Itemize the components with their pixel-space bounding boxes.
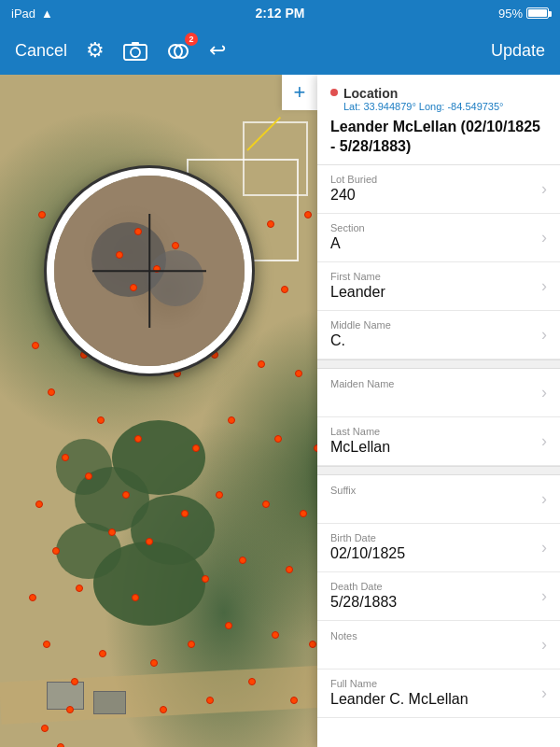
field-value: C.: [330, 332, 534, 349]
map-container[interactable]: + Location Lat: 33.944879° Long: -84.549…: [0, 75, 560, 747]
field-label: Death Date: [330, 581, 534, 592]
burial-marker: [41, 725, 49, 732]
field-row-section[interactable]: SectionA›: [317, 214, 560, 262]
field-label: Full Name: [330, 678, 534, 689]
burial-marker: [76, 585, 83, 592]
burial-marker: [267, 220, 274, 228]
burial-marker: [160, 706, 167, 713]
field-content: Full NameLeander C. McLellan: [330, 678, 534, 708]
nav-bar: Cancel ⚙ 2 ↩ Update: [0, 26, 560, 75]
location-title: Location: [343, 86, 504, 101]
chevron-icon: ›: [541, 276, 547, 296]
chevron-icon: ›: [541, 586, 547, 606]
field-label: Birth Date: [330, 532, 534, 543]
field-value: 5/28/1883: [330, 594, 534, 611]
burial-marker: [134, 435, 142, 443]
field-label: Suffix: [330, 485, 534, 496]
field-value: A: [330, 235, 534, 252]
field-content: Middle NameC.: [330, 319, 534, 349]
magnifier: [47, 168, 252, 374]
burial-marker: [174, 370, 181, 377]
field-content: First NameLeander: [330, 271, 534, 301]
burial-marker: [274, 435, 282, 443]
burial-marker: [295, 370, 302, 377]
chevron-icon: ›: [541, 325, 547, 345]
field-content: Birth Date02/10/1825: [330, 532, 534, 562]
chevron-icon: ›: [541, 383, 547, 402]
field-row-middle-name[interactable]: Middle NameC.›: [317, 311, 560, 359]
burial-marker: [66, 706, 74, 713]
cancel-button[interactable]: Cancel: [15, 41, 67, 61]
chevron-icon: ›: [541, 635, 547, 655]
burial-marker: [132, 594, 139, 601]
field-row-last-name[interactable]: Last NameMcLellan›: [317, 417, 560, 466]
field-value: [330, 643, 534, 658]
field-row-notes[interactable]: Notes ›: [317, 621, 560, 669]
field-content: Notes: [330, 630, 534, 658]
chevron-icon: ›: [541, 179, 547, 199]
settings-icon[interactable]: ⚙: [86, 38, 105, 63]
burial-marker: [97, 416, 105, 424]
add-button[interactable]: +: [282, 75, 317, 110]
field-label: Middle Name: [330, 319, 534, 331]
chevron-icon: ›: [541, 538, 547, 557]
field-row-lot-buried[interactable]: Lot Buried240›: [317, 165, 560, 214]
field-content: Lot Buried240: [330, 174, 534, 204]
burial-marker: [35, 500, 43, 508]
field-row-maiden-name[interactable]: Maiden Name ›: [317, 369, 560, 417]
field-content: Last NameMcLellan: [330, 426, 534, 456]
carrier-label: iPad: [11, 7, 35, 21]
layers-badge-icon[interactable]: 2: [166, 38, 190, 63]
field-label: Maiden Name: [330, 378, 534, 389]
chevron-icon: ›: [541, 489, 547, 509]
badge-count: 2: [185, 33, 198, 46]
field-value: [330, 391, 534, 406]
field-row-suffix[interactable]: Suffix ›: [317, 475, 560, 524]
field-value: 240: [330, 187, 534, 204]
burial-marker: [309, 641, 316, 648]
chevron-icon: ›: [541, 684, 547, 703]
burial-marker: [52, 547, 60, 555]
wifi-icon: ▲: [41, 7, 53, 21]
battery-icon: [526, 7, 549, 19]
crosshair-vertical: [148, 214, 150, 328]
status-bar: iPad ▲ 2:12 PM 95%: [0, 0, 560, 26]
field-value: McLellan: [330, 439, 534, 456]
field-row-birth-date[interactable]: Birth Date02/10/1825›: [317, 524, 560, 572]
svg-point-1: [131, 48, 140, 57]
burial-marker: [272, 631, 279, 639]
burial-marker: [32, 342, 39, 349]
section-separator: [317, 359, 560, 369]
chevron-icon: ›: [541, 228, 547, 247]
burial-marker: [122, 491, 130, 499]
burial-marker: [38, 211, 46, 218]
chevron-icon: ›: [541, 431, 547, 451]
field-row-death-date[interactable]: Death Date5/28/1883›: [317, 572, 560, 621]
field-content: SectionA: [330, 222, 534, 252]
undo-icon[interactable]: ↩: [209, 38, 226, 63]
time-label: 2:12 PM: [256, 6, 305, 21]
burial-marker: [258, 360, 265, 368]
update-button[interactable]: Update: [491, 41, 545, 61]
burial-marker: [300, 510, 307, 517]
field-row-full-name[interactable]: Full NameLeander C. McLellan›: [317, 669, 560, 718]
burial-marker: [146, 538, 153, 545]
burial-marker: [228, 416, 235, 424]
svg-rect-2: [132, 42, 139, 45]
field-content: Maiden Name: [330, 378, 534, 406]
field-value: 02/10/1825: [330, 545, 534, 562]
field-content: Death Date5/28/1883: [330, 581, 534, 611]
field-label: Notes: [330, 630, 534, 641]
burial-marker: [206, 697, 214, 704]
burial-marker: [43, 641, 50, 648]
camera-icon[interactable]: [123, 40, 147, 61]
burial-marker: [286, 566, 293, 573]
burial-marker: [99, 650, 106, 657]
burial-marker: [225, 622, 232, 629]
location-coords: Lat: 33.944879° Long: -84.549735°: [343, 101, 504, 112]
burial-marker: [188, 641, 195, 648]
field-content: Suffix: [330, 485, 534, 513]
field-row-first-name[interactable]: First NameLeander›: [317, 262, 560, 311]
burial-marker: [192, 444, 200, 452]
info-panel: Location Lat: 33.944879° Long: -84.54973…: [317, 75, 560, 747]
